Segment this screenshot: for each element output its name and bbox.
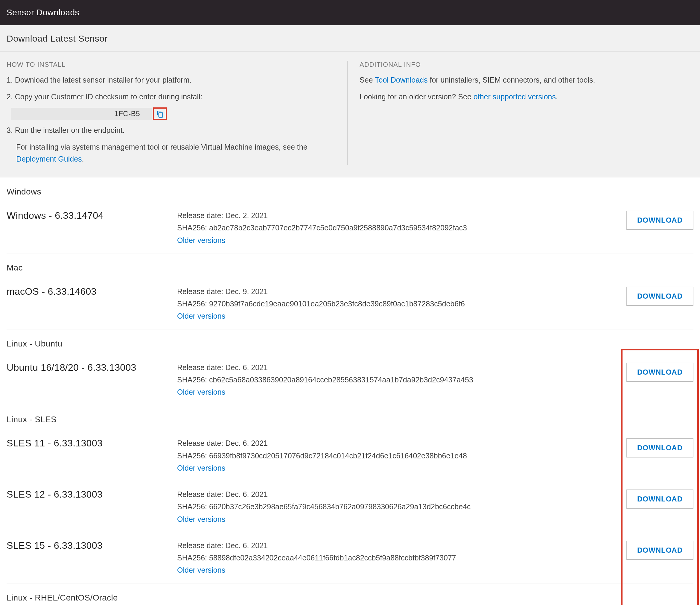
additional-info: ADDITIONAL INFO See Tool Downloads for u… bbox=[348, 61, 694, 165]
version-meta: Release date: Dec. 2, 2021SHA256: ab2ae7… bbox=[177, 210, 616, 246]
sha256: SHA256: 66939fb8f9730cd20517076d9c72184c… bbox=[177, 450, 616, 462]
version-row: macOS - 6.33.14603Release date: Dec. 9, … bbox=[6, 278, 694, 330]
info-panel: HOW TO INSTALL 1. Download the latest se… bbox=[0, 52, 700, 177]
sha256: SHA256: 58898dfe02a334202ceaa44e0611f66f… bbox=[177, 552, 616, 564]
page-title: Sensor Downloads bbox=[6, 8, 79, 17]
older-versions-link[interactable]: Older versions bbox=[177, 234, 616, 246]
version-row: SLES 12 - 6.33.13003Release date: Dec. 6… bbox=[6, 481, 694, 532]
version-title: macOS - 6.33.14603 bbox=[6, 286, 177, 297]
older-versions-link[interactable]: Older versions bbox=[177, 386, 616, 398]
version-meta: Release date: Dec. 6, 2021SHA256: 58898d… bbox=[177, 539, 616, 577]
sha256: SHA256: 9270b39f7a6cde19eaae90101ea205b2… bbox=[177, 298, 616, 310]
platform-heading: Linux - RHEL/CentOS/Oracle bbox=[6, 583, 694, 605]
download-col: DOWNLOAD bbox=[616, 361, 694, 382]
topbar: Sensor Downloads bbox=[0, 0, 700, 25]
download-button[interactable]: DOWNLOAD bbox=[626, 489, 694, 509]
customer-id-value: 1FC-B5 bbox=[11, 108, 152, 120]
copy-highlight bbox=[153, 107, 167, 120]
version-meta: Release date: Dec. 6, 2021SHA256: 66939f… bbox=[177, 437, 616, 474]
sha256: SHA256: ab2ae78b2c3eab7707ec2b7747c5e0d7… bbox=[177, 222, 616, 234]
release-date: Release date: Dec. 6, 2021 bbox=[177, 361, 616, 374]
release-date: Release date: Dec. 6, 2021 bbox=[177, 437, 616, 450]
install-step-3a-pre: For installing via systems management to… bbox=[16, 143, 307, 151]
download-col: DOWNLOAD bbox=[616, 286, 694, 306]
install-step-3: 3. Run the installer on the endpoint. bbox=[6, 124, 335, 136]
version-title: SLES 12 - 6.33.13003 bbox=[6, 488, 177, 500]
older-versions-link[interactable]: Older versions bbox=[177, 462, 616, 474]
sha256: SHA256: cb62c5a68a0338639020a89164cceb28… bbox=[177, 374, 616, 386]
version-title: Windows - 6.33.14704 bbox=[6, 210, 177, 221]
download-col: DOWNLOAD bbox=[616, 210, 694, 230]
older-versions-link[interactable]: Older versions bbox=[177, 310, 616, 322]
release-date: Release date: Dec. 9, 2021 bbox=[177, 286, 616, 298]
release-date: Release date: Dec. 6, 2021 bbox=[177, 539, 616, 552]
release-date: Release date: Dec. 6, 2021 bbox=[177, 488, 616, 501]
download-button[interactable]: DOWNLOAD bbox=[626, 287, 694, 306]
addl-line-2: Looking for an older version? See other … bbox=[359, 91, 694, 103]
addl-line2-pre: Looking for an older version? See bbox=[359, 93, 474, 101]
version-meta: Release date: Dec. 6, 2021SHA256: 6620b3… bbox=[177, 488, 616, 526]
version-title: SLES 15 - 6.33.13003 bbox=[6, 539, 177, 551]
install-kicker: HOW TO INSTALL bbox=[6, 61, 335, 69]
version-row: SLES 11 - 6.33.13003Release date: Dec. 6… bbox=[6, 430, 694, 481]
version-meta: Release date: Dec. 9, 2021SHA256: 9270b3… bbox=[177, 286, 616, 322]
release-date: Release date: Dec. 2, 2021 bbox=[177, 210, 616, 222]
subheader-title: Download Latest Sensor bbox=[6, 33, 108, 43]
addl-line1-post: for uninstallers, SIEM connectors, and o… bbox=[427, 76, 595, 84]
older-versions-link[interactable]: Older versions bbox=[177, 513, 616, 526]
install-instructions: HOW TO INSTALL 1. Download the latest se… bbox=[6, 61, 348, 165]
deployment-guides-link[interactable]: Deployment Guides bbox=[16, 155, 82, 163]
svg-rect-0 bbox=[159, 113, 163, 117]
platform-heading: Linux - SLES bbox=[6, 405, 694, 430]
subheader: Download Latest Sensor bbox=[0, 25, 700, 52]
platform-heading: Mac bbox=[6, 253, 694, 278]
customer-id-row: 1FC-B5 bbox=[11, 107, 335, 120]
download-button[interactable]: DOWNLOAD bbox=[626, 541, 694, 560]
addl-line-1: See Tool Downloads for uninstallers, SIE… bbox=[359, 74, 694, 86]
addl-line2-post: . bbox=[556, 93, 558, 101]
version-meta: Release date: Dec. 6, 2021SHA256: cb62c5… bbox=[177, 361, 616, 398]
version-row: Windows - 6.33.14704Release date: Dec. 2… bbox=[6, 202, 694, 253]
install-step-2: 2. Copy your Customer ID checksum to ent… bbox=[6, 91, 335, 103]
version-row: SLES 15 - 6.33.13003Release date: Dec. 6… bbox=[6, 532, 694, 583]
addl-line1-pre: See bbox=[359, 76, 375, 84]
version-title: SLES 11 - 6.33.13003 bbox=[6, 437, 177, 449]
download-col: DOWNLOAD bbox=[616, 437, 694, 458]
download-button[interactable]: DOWNLOAD bbox=[626, 438, 694, 458]
install-step-3a-post: . bbox=[82, 155, 84, 163]
copy-icon[interactable] bbox=[156, 110, 164, 118]
older-versions-link[interactable]: Older versions bbox=[177, 564, 616, 576]
other-versions-link[interactable]: other supported versions bbox=[474, 93, 556, 101]
tool-downloads-link[interactable]: Tool Downloads bbox=[375, 76, 428, 84]
platform-heading: Linux - Ubuntu bbox=[6, 330, 694, 354]
sha256: SHA256: 6620b37c26e3b298ae65fa79c456834b… bbox=[177, 501, 616, 513]
download-col: DOWNLOAD bbox=[616, 539, 694, 560]
version-row: Ubuntu 16/18/20 - 6.33.13003Release date… bbox=[6, 354, 694, 406]
downloads-content: WindowsWindows - 6.33.14704Release date:… bbox=[0, 177, 700, 605]
install-step-1: 1. Download the latest sensor installer … bbox=[6, 74, 335, 86]
version-title: Ubuntu 16/18/20 - 6.33.13003 bbox=[6, 361, 177, 373]
download-col: DOWNLOAD bbox=[616, 488, 694, 509]
download-button[interactable]: DOWNLOAD bbox=[626, 363, 694, 382]
addl-kicker: ADDITIONAL INFO bbox=[359, 61, 694, 69]
download-button[interactable]: DOWNLOAD bbox=[626, 211, 694, 230]
install-step-3a: For installing via systems management to… bbox=[16, 141, 335, 165]
platform-heading: Windows bbox=[6, 177, 694, 202]
